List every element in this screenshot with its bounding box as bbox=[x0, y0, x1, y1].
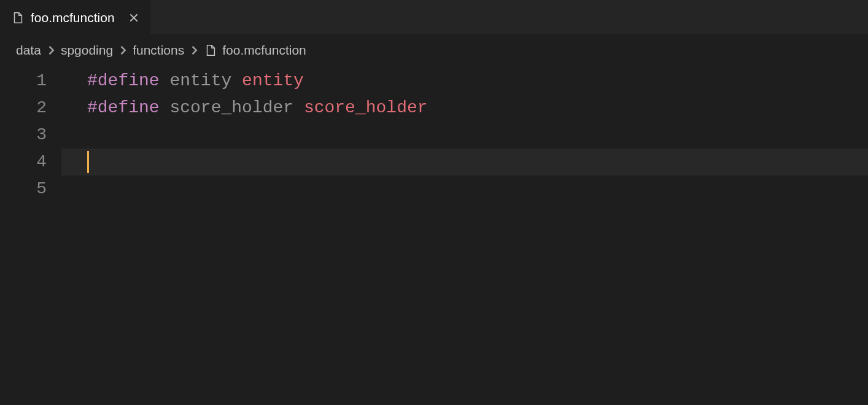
breadcrumb-item-spgoding[interactable]: spgoding bbox=[61, 43, 113, 58]
chevron-right-icon bbox=[117, 44, 129, 56]
breadcrumb-item-file[interactable]: foo.mcfunction bbox=[222, 43, 306, 58]
close-icon[interactable] bbox=[126, 10, 142, 26]
token: # bbox=[87, 71, 98, 90]
breadcrumb: data spgoding functions foo.mcfunction bbox=[0, 34, 868, 66]
chevron-right-icon bbox=[188, 44, 200, 56]
token: entity bbox=[242, 71, 304, 90]
tab-label: foo.mcfunction bbox=[31, 10, 115, 25]
token: define bbox=[98, 98, 160, 117]
code-line[interactable] bbox=[61, 122, 868, 148]
chevron-right-icon bbox=[45, 44, 57, 56]
code-content[interactable]: #define entity entity#define score_holde… bbox=[61, 66, 868, 405]
token: entity bbox=[169, 71, 231, 90]
token: # bbox=[87, 98, 98, 117]
breadcrumb-item-functions[interactable]: functions bbox=[133, 43, 184, 58]
tab-bar: foo.mcfunction bbox=[0, 0, 868, 34]
text-cursor bbox=[87, 151, 89, 173]
token bbox=[231, 71, 242, 90]
line-number: 1 bbox=[0, 68, 47, 94]
token: define bbox=[98, 71, 160, 90]
tab-foo-mcfunction[interactable]: foo.mcfunction bbox=[0, 0, 150, 34]
file-icon bbox=[11, 11, 25, 25]
breadcrumb-item-data[interactable]: data bbox=[16, 43, 41, 58]
token bbox=[160, 71, 170, 90]
editor-container: foo.mcfunction data spgoding functions bbox=[0, 0, 868, 405]
code-line[interactable]: #define score_holder score_holder bbox=[61, 94, 868, 122]
token: score_holder bbox=[169, 98, 293, 117]
line-number: 4 bbox=[0, 148, 47, 176]
line-number: 2 bbox=[0, 94, 47, 122]
token bbox=[293, 98, 304, 117]
code-line[interactable] bbox=[61, 148, 868, 176]
code-editor[interactable]: 12345 #define entity entity#define score… bbox=[0, 66, 868, 405]
token bbox=[160, 98, 170, 117]
code-line[interactable]: #define entity entity bbox=[61, 68, 868, 94]
line-gutter: 12345 bbox=[0, 66, 61, 405]
line-number: 5 bbox=[0, 176, 47, 202]
line-number: 3 bbox=[0, 122, 47, 148]
file-icon bbox=[204, 44, 217, 57]
code-line[interactable] bbox=[61, 176, 868, 202]
token: score_holder bbox=[304, 98, 428, 117]
